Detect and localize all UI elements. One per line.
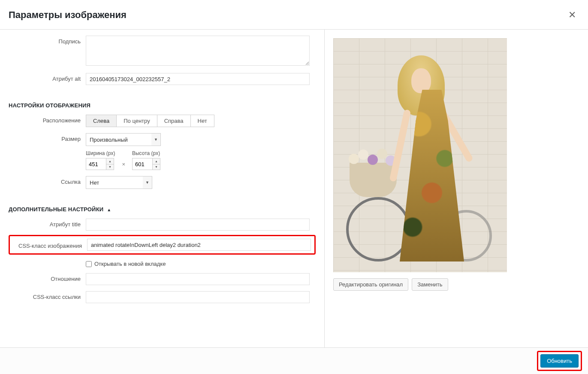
dialog-footer: Обновить	[0, 347, 588, 374]
size-row: Размер Произвольный ▼ Ширина (px)	[9, 133, 316, 170]
width-input[interactable]	[86, 158, 106, 170]
caret-up-icon: ▲	[106, 158, 114, 164]
new-tab-checkbox[interactable]	[86, 261, 92, 267]
caption-label: Подпись	[9, 36, 86, 45]
rel-label: Отношение	[9, 273, 86, 282]
caret-up-icon: ▲	[153, 158, 160, 164]
link-label: Ссылка	[9, 176, 86, 185]
alt-label: Атрибут alt	[9, 73, 86, 82]
link-css-row: CSS-класс ссылки	[9, 291, 316, 303]
link-css-input[interactable]	[86, 291, 310, 303]
size-select[interactable]: Произвольный	[86, 133, 161, 146]
caret-up-icon: ▲	[107, 207, 111, 212]
figure-face	[411, 68, 431, 93]
caret-down-icon: ▼	[153, 164, 160, 170]
preview-panel: Редактировать оригинал Заменить	[325, 30, 588, 352]
link-select[interactable]: Нет	[86, 176, 152, 189]
caption-input[interactable]	[86, 36, 310, 66]
image-preview	[333, 38, 507, 272]
edit-original-button[interactable]: Редактировать оригинал	[333, 278, 408, 291]
align-right-button[interactable]: Справа	[157, 115, 191, 127]
image-details-dialog: Параметры изображения ✕ Подпись Атрибут …	[0, 0, 588, 374]
settings-panel: Подпись Атрибут alt НАСТРОЙКИ ОТОБРАЖЕНИ…	[0, 30, 325, 352]
align-row: Расположение Слева По центру Справа Нет	[9, 115, 316, 127]
align-center-button[interactable]: По центру	[116, 115, 157, 127]
align-button-group: Слева По центру Справа Нет	[86, 115, 214, 127]
update-button[interactable]: Обновить	[540, 354, 579, 368]
align-none-button[interactable]: Нет	[190, 115, 214, 127]
link-css-label: CSS-класс ссылки	[9, 291, 86, 300]
close-button[interactable]: ✕	[565, 8, 579, 22]
height-input[interactable]	[132, 158, 153, 170]
css-class-input[interactable]	[87, 239, 311, 251]
size-label: Размер	[9, 133, 86, 142]
height-label: Высота (px)	[132, 150, 160, 156]
align-left-button[interactable]: Слева	[86, 115, 117, 127]
rel-input[interactable]	[86, 273, 310, 285]
dialog-header: Параметры изображения ✕	[0, 0, 588, 30]
title-attr-row: Атрибут title	[9, 219, 316, 231]
advanced-section-toggle[interactable]: ДОПОЛНИТЕЛЬНЫЕ НАСТРОЙКИ ▲	[9, 206, 316, 213]
alt-row: Атрибут alt	[9, 73, 316, 85]
close-icon: ✕	[568, 9, 576, 20]
caret-down-icon: ▼	[106, 164, 114, 170]
title-attr-label: Атрибут title	[9, 219, 86, 228]
advanced-section-title: ДОПОЛНИТЕЛЬНЫЕ НАСТРОЙКИ	[9, 206, 103, 213]
dialog-title: Параметры изображения	[9, 9, 127, 21]
css-class-label: CSS-класс изображения	[10, 241, 87, 249]
link-row: Ссылка Нет ▼	[9, 176, 316, 189]
height-spinner[interactable]: ▲▼	[153, 158, 160, 170]
display-section-title: НАСТРОЙКИ ОТОБРАЖЕНИЯ	[9, 102, 316, 109]
dimensions-row: Ширина (px) ▲▼ × Высота (px) ▲▼	[86, 150, 316, 170]
new-tab-label: Открывать в новой вкладке	[94, 261, 166, 267]
dialog-body: Подпись Атрибут alt НАСТРОЙКИ ОТОБРАЖЕНИ…	[0, 30, 588, 352]
replace-button[interactable]: Заменить	[412, 278, 448, 291]
multiply-symbol: ×	[121, 161, 126, 170]
align-label: Расположение	[9, 115, 86, 124]
preview-actions: Редактировать оригинал Заменить	[333, 278, 579, 291]
rel-row: Отношение	[9, 273, 316, 285]
width-label: Ширина (px)	[86, 150, 115, 156]
css-class-row-highlighted: CSS-класс изображения	[9, 235, 316, 255]
alt-input[interactable]	[86, 73, 310, 85]
new-tab-row: Открывать в новой вкладке	[9, 261, 316, 267]
bicycle-wheel	[346, 197, 410, 261]
update-button-highlighted: Обновить	[537, 351, 582, 371]
title-attr-input[interactable]	[86, 219, 310, 231]
caption-row: Подпись	[9, 36, 316, 67]
width-spinner[interactable]: ▲▼	[106, 158, 114, 170]
